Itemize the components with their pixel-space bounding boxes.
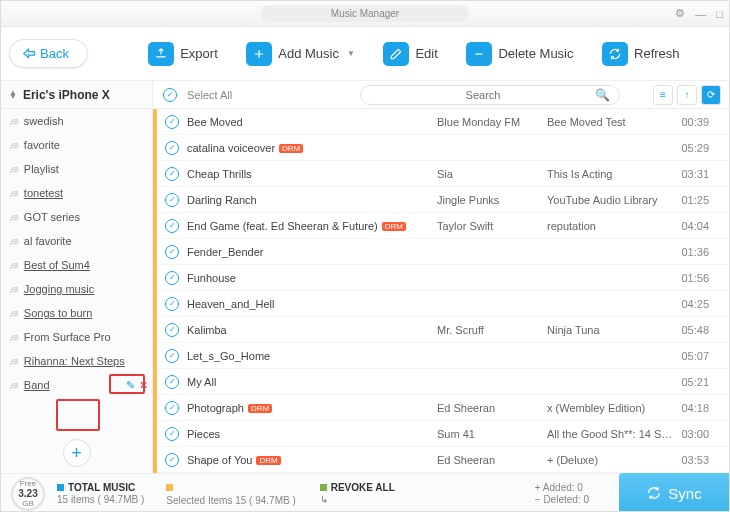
track-row[interactable]: ✓Shape of YouDRMEd Sheeran+ (Deluxe)03:5… bbox=[153, 447, 729, 473]
track-row[interactable]: ✓Funhouse01:56 bbox=[153, 265, 729, 291]
track-row[interactable]: ✓Cheap ThrillsSiaThis Is Acting03:31 bbox=[153, 161, 729, 187]
deleted-count: − Deleted: 0 bbox=[535, 494, 589, 505]
row-checkbox[interactable]: ✓ bbox=[165, 271, 179, 285]
list-header: ✓ Select All 🔍 ≡ ↑ ⟳ bbox=[153, 81, 729, 109]
playlist-icon: ♪≡ bbox=[9, 236, 18, 247]
row-checkbox[interactable]: ✓ bbox=[165, 141, 179, 155]
sidebar-item-band[interactable]: ♪≡Band✎✕ bbox=[1, 373, 152, 397]
track-album: Ninja Tuna bbox=[547, 324, 677, 336]
edit-button[interactable]: Edit bbox=[383, 42, 437, 66]
track-row[interactable]: ✓PhotographDRMEd Sheeranx (Wembley Editi… bbox=[153, 395, 729, 421]
refresh-button[interactable]: Refresh bbox=[602, 42, 680, 66]
sidebar-item-al-favorite[interactable]: ♪≡al favorite bbox=[1, 229, 152, 253]
track-row[interactable]: ✓Bee MovedBlue Monday FMBee Moved Test00… bbox=[153, 109, 729, 135]
sidebar-item-rihanna-next-steps[interactable]: ♪≡Rihanna: Next Steps bbox=[1, 349, 152, 373]
row-checkbox[interactable]: ✓ bbox=[165, 115, 179, 129]
track-artist: Mr. Scruff bbox=[437, 324, 547, 336]
select-all-checkbox[interactable]: ✓ bbox=[163, 88, 177, 102]
track-duration: 05:07 bbox=[677, 350, 719, 362]
add-music-button[interactable]: Add Music ▼ bbox=[246, 42, 355, 66]
total-music-detail: 15 items ( 94.7MB ) bbox=[57, 494, 144, 505]
track-duration: 04:04 bbox=[677, 220, 719, 232]
refresh-icon bbox=[602, 42, 628, 66]
sidebar-item-best-of-sum4[interactable]: ♪≡Best of Sum4 bbox=[1, 253, 152, 277]
track-name: Pieces bbox=[187, 428, 437, 440]
track-row[interactable]: ✓Fender_Bender01:36 bbox=[153, 239, 729, 265]
track-name: Kalimba bbox=[187, 324, 437, 336]
edit-icon bbox=[383, 42, 409, 66]
view-list-icon[interactable]: ≡ bbox=[653, 85, 673, 105]
track-name: End Game (feat. Ed Sheeran & Future)DRM bbox=[187, 220, 437, 232]
track-name: Heaven_and_Hell bbox=[187, 298, 437, 310]
sort-icon: ▲▼ bbox=[9, 91, 17, 99]
search-icon[interactable]: 🔍 bbox=[595, 88, 610, 102]
track-album: This Is Acting bbox=[547, 168, 677, 180]
track-duration: 05:48 bbox=[677, 324, 719, 336]
select-all-label[interactable]: Select All bbox=[187, 89, 327, 101]
row-checkbox[interactable]: ✓ bbox=[165, 219, 179, 233]
settings-icon[interactable]: ⚙ bbox=[675, 7, 685, 20]
row-checkbox[interactable]: ✓ bbox=[165, 245, 179, 259]
device-header[interactable]: ▲▼ Eric's iPhone X bbox=[1, 81, 152, 109]
row-checkbox[interactable]: ✓ bbox=[165, 297, 179, 311]
row-checkbox[interactable]: ✓ bbox=[165, 193, 179, 207]
track-duration: 01:56 bbox=[677, 272, 719, 284]
track-duration: 04:25 bbox=[677, 298, 719, 310]
playlist-icon: ♪≡ bbox=[9, 284, 18, 295]
rename-icon[interactable]: ✎ bbox=[126, 379, 135, 392]
playlist-icon: ♪≡ bbox=[9, 380, 18, 391]
search-input[interactable] bbox=[360, 85, 620, 105]
track-name: Darling Ranch bbox=[187, 194, 437, 206]
track-row[interactable]: ✓Let_s_Go_Home05:07 bbox=[153, 343, 729, 369]
row-checkbox[interactable]: ✓ bbox=[165, 427, 179, 441]
track-row[interactable]: ✓PiecesSum 41All the Good Sh**: 14 Solid… bbox=[153, 421, 729, 447]
row-checkbox[interactable]: ✓ bbox=[165, 167, 179, 181]
close-icon[interactable]: ✕ bbox=[139, 379, 148, 392]
track-row[interactable]: ✓catalina voiceoverDRM05:29 bbox=[153, 135, 729, 161]
sidebar-item-got-series[interactable]: ♪≡GOT series bbox=[1, 205, 152, 229]
minimize-icon[interactable]: — bbox=[695, 8, 706, 20]
row-checkbox[interactable]: ✓ bbox=[165, 401, 179, 415]
view-refresh-icon[interactable]: ⟳ bbox=[701, 85, 721, 105]
sidebar-item-from-surface-pro[interactable]: ♪≡From Surface Pro bbox=[1, 325, 152, 349]
track-album: Bee Moved Test bbox=[547, 116, 677, 128]
row-checkbox[interactable]: ✓ bbox=[165, 349, 179, 363]
export-button[interactable]: Export bbox=[148, 42, 218, 66]
track-name: catalina voiceoverDRM bbox=[187, 142, 437, 154]
track-duration: 05:29 bbox=[677, 142, 719, 154]
track-row[interactable]: ✓End Game (feat. Ed Sheeran & Future)DRM… bbox=[153, 213, 729, 239]
revoke-all-button[interactable]: REVOKE ALL bbox=[331, 482, 395, 493]
delete-icon bbox=[466, 42, 492, 66]
track-duration: 03:00 bbox=[677, 428, 719, 440]
sidebar-item-playlist[interactable]: ♪≡Playlist bbox=[1, 157, 152, 181]
track-row[interactable]: ✓KalimbaMr. ScruffNinja Tuna05:48 bbox=[153, 317, 729, 343]
row-checkbox[interactable]: ✓ bbox=[165, 453, 179, 467]
drm-badge: DRM bbox=[382, 222, 406, 231]
maximize-icon[interactable]: □ bbox=[716, 8, 723, 20]
add-playlist-button[interactable]: + bbox=[63, 439, 91, 467]
drm-badge: DRM bbox=[248, 404, 272, 413]
row-checkbox[interactable]: ✓ bbox=[165, 323, 179, 337]
sync-button[interactable]: Sync bbox=[619, 473, 729, 512]
track-duration: 03:53 bbox=[677, 454, 719, 466]
sidebar-item-songs-to-burn[interactable]: ♪≡Songs to burn bbox=[1, 301, 152, 325]
track-row[interactable]: ✓Darling RanchJingle PunksYouTube Audio … bbox=[153, 187, 729, 213]
sidebar-item-swedish[interactable]: ♪≡swedish bbox=[1, 109, 152, 133]
back-button[interactable]: Back bbox=[9, 39, 88, 68]
sidebar-item-favorite[interactable]: ♪≡favorite bbox=[1, 133, 152, 157]
add-icon bbox=[246, 42, 272, 66]
sidebar-item-jogging-music[interactable]: ♪≡Jogging music bbox=[1, 277, 152, 301]
row-checkbox[interactable]: ✓ bbox=[165, 375, 179, 389]
delete-button[interactable]: Delete Music bbox=[466, 42, 573, 66]
track-duration: 04:18 bbox=[677, 402, 719, 414]
track-artist: Blue Monday FM bbox=[437, 116, 547, 128]
track-duration: 01:25 bbox=[677, 194, 719, 206]
drm-badge: DRM bbox=[256, 456, 280, 465]
view-sort-icon[interactable]: ↑ bbox=[677, 85, 697, 105]
track-artist: Ed Sheeran bbox=[437, 402, 547, 414]
track-row[interactable]: ✓My All05:21 bbox=[153, 369, 729, 395]
app-title: Music Manager bbox=[261, 5, 469, 22]
track-row[interactable]: ✓Heaven_and_Hell04:25 bbox=[153, 291, 729, 317]
sidebar-item-tonetest[interactable]: ♪≡tonetest bbox=[1, 181, 152, 205]
track-name: PhotographDRM bbox=[187, 402, 437, 414]
